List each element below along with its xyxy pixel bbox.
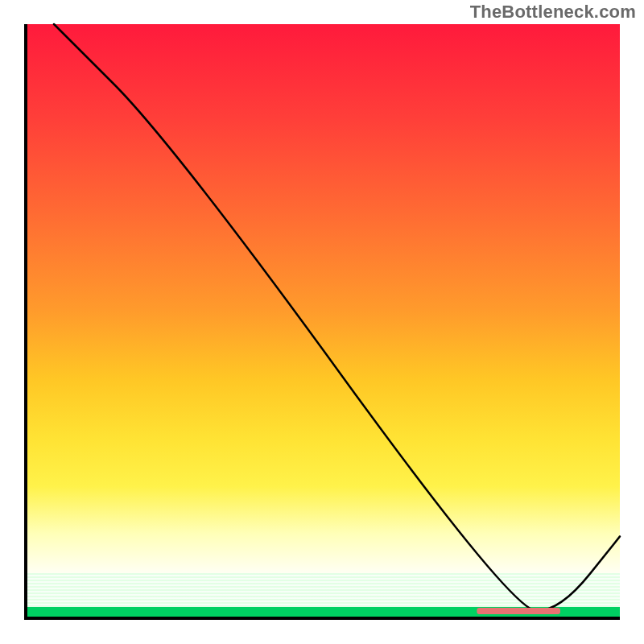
optimum-marker xyxy=(477,608,560,614)
x-axis xyxy=(24,617,620,620)
curve-svg xyxy=(24,24,620,620)
series-curve xyxy=(54,24,620,611)
watermark-text: TheBottleneck.com xyxy=(470,2,636,23)
plot-area xyxy=(24,24,620,620)
y-axis xyxy=(24,24,27,620)
